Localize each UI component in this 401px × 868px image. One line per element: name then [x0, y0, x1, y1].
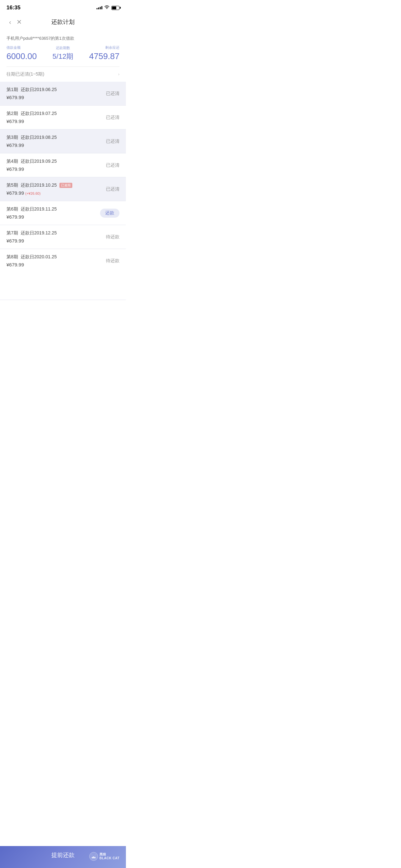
battery-icon	[112, 6, 120, 10]
installment-top: 第6期 还款日2019.11.25	[6, 206, 100, 212]
summary-total: 借款金额 6000.00	[6, 45, 37, 61]
installment-date: 还款日2019.11.25	[21, 206, 57, 212]
installment-date: 还款日2019.08.25	[21, 135, 57, 141]
installment-date: 还款日2019.10.25	[21, 182, 57, 188]
progress-label: 还款期数	[53, 45, 73, 51]
section-arrow-icon: ›	[118, 72, 120, 76]
installment-item: 第8期 还款日2020.01.25 ¥679.99 待还款	[0, 249, 126, 300]
installment-num: 第7期	[6, 230, 18, 236]
installment-status: 已还清	[103, 138, 120, 144]
installment-item: 第3期 还款日2019.08.25 ¥679.99 已还清	[0, 129, 126, 153]
installment-top: 第4期 还款日2019.09.25	[6, 159, 103, 164]
installment-top: 第1期 还款日2019.06.25	[6, 87, 103, 93]
installment-item: 第7期 还款日2019.12.25 ¥679.99 待还款	[0, 225, 126, 249]
installment-item: 第2期 还款日2019.07.25 ¥679.99 已还清	[0, 105, 126, 129]
installment-left: 第8期 还款日2020.01.25 ¥679.99	[6, 254, 103, 268]
page-title: 还款计划	[51, 18, 74, 26]
summary-section: 手机用户pdu8****63657的第1次借款 借款金额 6000.00 还款期…	[0, 30, 126, 67]
installment-num: 第3期	[6, 135, 18, 141]
installment-left: 第3期 还款日2019.08.25 ¥679.99	[6, 135, 103, 148]
installment-top: 第8期 还款日2020.01.25	[6, 254, 103, 260]
installment-left: 第7期 还款日2019.12.25 ¥679.99	[6, 230, 103, 244]
installment-status: 已还清	[103, 162, 120, 168]
installment-left: 第6期 还款日2019.11.25 ¥679.99	[6, 206, 100, 220]
installment-left: 第1期 还款日2019.06.25 ¥679.99	[6, 87, 103, 100]
installment-amount: ¥679.99	[6, 238, 103, 244]
signal-icon	[96, 6, 102, 9]
installment-status: 已还清	[103, 91, 120, 97]
close-button[interactable]: ✕	[14, 17, 25, 27]
installment-date: 还款日2019.06.25	[21, 87, 57, 93]
installment-num: 第2期	[6, 111, 18, 117]
installment-date: 还款日2020.01.25	[21, 254, 57, 260]
installment-amount: ¥679.99	[6, 214, 100, 220]
installment-item: 第6期 还款日2019.11.25 ¥679.99 还款	[0, 201, 126, 225]
installment-amount: ¥679.99	[6, 262, 103, 268]
summary-subtitle: 手机用户pdu8****63657的第1次借款	[6, 35, 120, 41]
total-value: 6000.00	[6, 51, 37, 61]
installment-top: 第2期 还款日2019.07.25	[6, 111, 103, 117]
installment-item: 第1期 还款日2019.06.25 ¥679.99 已还清	[0, 82, 126, 105]
installment-list: 第1期 还款日2019.06.25 ¥679.99 已还清 第2期 还款日201…	[0, 82, 126, 300]
installment-status: 待还款	[103, 258, 120, 264]
status-time: 16:35	[6, 4, 20, 11]
installment-left: 第5期 还款日2019.10.25 已逾期 ¥679.99(+¥26.60)	[6, 182, 103, 196]
total-label: 借款金额	[6, 45, 37, 50]
past-section-label: 往期已还清(1~5期)	[6, 71, 44, 77]
installment-status: 已还清	[103, 115, 120, 120]
installment-status: 已还清	[103, 186, 120, 192]
installment-top: 第5期 还款日2019.10.25 已逾期	[6, 182, 103, 188]
installment-date: 还款日2019.12.25	[21, 230, 57, 236]
installment-num: 第5期	[6, 182, 18, 188]
status-bar: 16:35	[0, 0, 126, 13]
overdue-badge: 已逾期	[59, 183, 72, 188]
summary-row: 借款金额 6000.00 还款期数 5/12期 剩余应还 4759.87	[6, 45, 120, 67]
installment-item: 第5期 还款日2019.10.25 已逾期 ¥679.99(+¥26.60) 已…	[0, 177, 126, 201]
installment-left: 第2期 还款日2019.07.25 ¥679.99	[6, 111, 103, 124]
installment-amount: ¥679.99	[6, 143, 103, 148]
installment-date: 还款日2019.09.25	[21, 159, 57, 164]
installment-amount: ¥679.99(+¥26.60)	[6, 190, 103, 196]
installment-item: 第4期 还款日2019.09.25 ¥679.99 已还清	[0, 153, 126, 177]
status-icons	[96, 5, 120, 10]
progress-value: 5/12期	[53, 52, 73, 61]
installment-amount: ¥679.99	[6, 95, 103, 100]
installment-amount: ¥679.99	[6, 119, 103, 124]
wifi-icon	[104, 5, 110, 10]
installment-left: 第4期 还款日2019.09.25 ¥679.99	[6, 159, 103, 172]
installment-num: 第4期	[6, 159, 18, 164]
installment-num: 第1期	[6, 87, 18, 93]
pay-button[interactable]: 还款	[100, 209, 120, 218]
installment-num: 第8期	[6, 254, 18, 260]
installment-top: 第3期 还款日2019.08.25	[6, 135, 103, 141]
remaining-label: 剩余应还	[89, 45, 120, 50]
nav-bar: ‹ ✕ 还款计划	[0, 13, 126, 30]
remaining-value: 4759.87	[89, 51, 120, 61]
past-section-header: 往期已还清(1~5期) ›	[0, 67, 126, 82]
back-button[interactable]: ‹	[6, 17, 14, 27]
summary-remaining: 剩余应还 4759.87	[89, 45, 120, 61]
installment-status: 待还款	[103, 234, 120, 240]
installment-top: 第7期 还款日2019.12.25	[6, 230, 103, 236]
installment-date: 还款日2019.07.25	[21, 111, 57, 117]
installment-num: 第6期	[6, 206, 18, 212]
installment-amount: ¥679.99	[6, 166, 103, 172]
summary-progress: 还款期数 5/12期	[53, 45, 73, 61]
overdue-extra: (+¥26.60)	[25, 191, 40, 195]
